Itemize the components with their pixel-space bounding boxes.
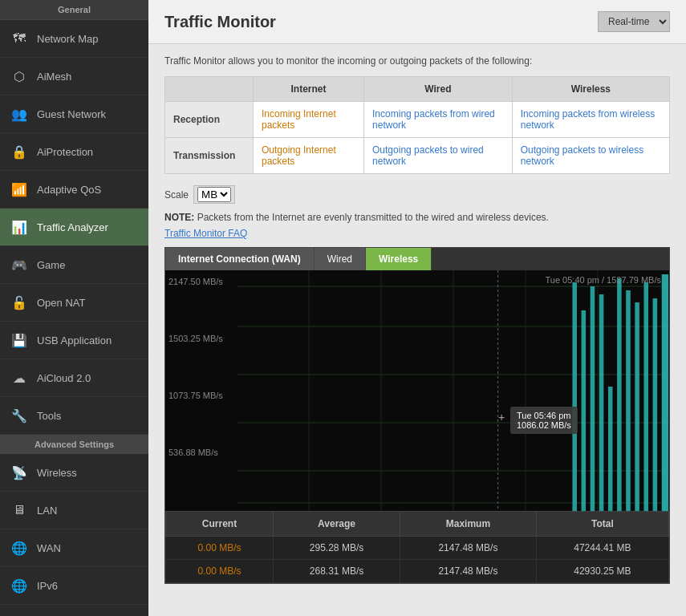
sidebar-item-wireless[interactable]: 📡 Wireless bbox=[0, 454, 148, 492]
incoming-internet-link[interactable]: Incoming Internet packets bbox=[262, 108, 336, 131]
sidebar-item-label: Wireless bbox=[37, 467, 77, 479]
sidebar-advanced-header: Advanced Settings bbox=[0, 435, 148, 454]
chart-area: 2147.50 MB/s 1503.25 MB/s 1073.75 MB/s 5… bbox=[165, 270, 669, 511]
incoming-wired-link[interactable]: Incoming packets from wired network bbox=[372, 108, 495, 131]
sidebar-item-vpn[interactable]: 🔑 VPN bbox=[0, 605, 148, 616]
outgoing-wired-link[interactable]: Outgoing packets to wired network bbox=[372, 144, 484, 167]
sidebar-item-label: Guest Network bbox=[37, 108, 106, 120]
sidebar-item-game[interactable]: 🎮 Game bbox=[0, 246, 148, 284]
adaptive-qos-icon: 📶 bbox=[8, 178, 30, 201]
stats-header-maximum: Maximum bbox=[400, 512, 537, 537]
sidebar-item-open-nat[interactable]: 🔓 Open NAT bbox=[0, 284, 148, 322]
note-content: Packets from the Internet are evenly tra… bbox=[197, 212, 549, 223]
stats-header-average: Average bbox=[274, 512, 400, 537]
stats-maximum-2: 2147.48 MB/s bbox=[400, 560, 537, 583]
note-text: NOTE: Packets from the Internet are even… bbox=[164, 212, 670, 223]
sidebar-item-label: Traffic Analyzer bbox=[37, 221, 108, 233]
y-label-1: 2147.50 MB/s bbox=[168, 277, 234, 286]
stats-current-2: 0.00 MB/s bbox=[166, 560, 274, 583]
ipv6-icon: 🌐 bbox=[8, 574, 30, 597]
svg-rect-21 bbox=[662, 274, 668, 511]
sidebar-item-label: Game bbox=[37, 259, 65, 271]
stats-header-total: Total bbox=[536, 512, 668, 537]
sidebar-item-label: IPv6 bbox=[37, 580, 58, 592]
chart-svg bbox=[237, 270, 669, 511]
tab-wireless[interactable]: Wireless bbox=[366, 248, 432, 270]
chart-y-labels: 2147.50 MB/s 1503.25 MB/s 1073.75 MB/s 5… bbox=[165, 270, 237, 511]
main-content: Traffic Monitor Real-time Traffic Monito… bbox=[148, 0, 686, 616]
sidebar-item-label: Tools bbox=[37, 410, 61, 422]
row-label-reception: Reception bbox=[165, 102, 254, 138]
cell-reception-wired: Incoming packets from wired network bbox=[364, 102, 513, 138]
sidebar-item-usb-application[interactable]: 💾 USB Application bbox=[0, 322, 148, 359]
cell-reception-wireless: Incoming packets from wireless network bbox=[512, 102, 669, 138]
sidebar-item-label: LAN bbox=[37, 505, 57, 517]
sidebar-item-tools[interactable]: 🔧 Tools bbox=[0, 397, 148, 435]
page-header: Traffic Monitor Real-time bbox=[148, 0, 686, 44]
tab-wan[interactable]: Internet Connection (WAN) bbox=[165, 248, 315, 270]
network-map-icon: 🗺 bbox=[8, 27, 30, 50]
sidebar-item-wan[interactable]: 🌐 WAN bbox=[0, 529, 148, 567]
chart-tabs: Internet Connection (WAN) Wired Wireless bbox=[165, 248, 669, 270]
sidebar: General 🗺 Network Map ⬡ AiMesh 👥 Guest N… bbox=[0, 0, 148, 616]
sidebar-item-label: AiCloud 2.0 bbox=[37, 372, 91, 384]
sidebar-item-label: USB Application bbox=[37, 334, 112, 346]
stats-maximum-1: 2147.48 MB/s bbox=[400, 537, 537, 560]
sidebar-item-aimesh[interactable]: ⬡ AiMesh bbox=[0, 58, 148, 95]
incoming-wireless-link[interactable]: Incoming packets from wireless network bbox=[521, 108, 655, 131]
outgoing-internet-link[interactable]: Outgoing Internet packets bbox=[262, 144, 336, 167]
sidebar-general-header: General bbox=[0, 0, 148, 20]
sidebar-item-guest-network[interactable]: 👥 Guest Network bbox=[0, 95, 148, 133]
svg-rect-15 bbox=[608, 387, 613, 511]
sidebar-item-aiprotection[interactable]: 🔒 AiProtection bbox=[0, 133, 148, 171]
col-header-wired: Wired bbox=[364, 77, 513, 102]
svg-rect-18 bbox=[635, 302, 639, 511]
cell-transmission-internet: Outgoing Internet packets bbox=[254, 138, 364, 174]
usb-application-icon: 💾 bbox=[8, 329, 30, 351]
note-strong: NOTE: bbox=[164, 212, 194, 223]
y-label-2: 1503.25 MB/s bbox=[168, 334, 234, 343]
sidebar-item-aicloud[interactable]: ☁ AiCloud 2.0 bbox=[0, 359, 148, 397]
game-icon: 🎮 bbox=[8, 253, 30, 276]
stats-header-current: Current bbox=[166, 512, 274, 537]
outgoing-wireless-link[interactable]: Outgoing packets to wireless network bbox=[521, 144, 643, 167]
svg-rect-11 bbox=[572, 282, 577, 511]
sidebar-item-ipv6[interactable]: 🌐 IPv6 bbox=[0, 567, 148, 605]
faq-link[interactable]: Traffic Monitor FAQ bbox=[164, 228, 247, 239]
svg-rect-13 bbox=[591, 286, 595, 511]
sidebar-item-label: Adaptive QoS bbox=[37, 184, 101, 196]
realtime-select[interactable]: Real-time bbox=[598, 11, 670, 32]
vpn-icon: 🔑 bbox=[8, 612, 30, 616]
sidebar-item-adaptive-qos[interactable]: 📶 Adaptive QoS bbox=[0, 171, 148, 209]
stats-total-1: 47244.41 MB bbox=[536, 537, 668, 560]
svg-rect-14 bbox=[599, 294, 604, 511]
aiprotection-icon: 🔒 bbox=[8, 140, 30, 163]
tab-wired[interactable]: Wired bbox=[315, 248, 366, 270]
table-row-transmission: Transmission Outgoing Internet packets O… bbox=[165, 138, 670, 174]
stats-table: Current Average Maximum Total 0.00 MB/s … bbox=[165, 511, 669, 583]
page-title: Traffic Monitor bbox=[164, 13, 276, 31]
chart-top-label: Tue 05:40 pm / 1527.79 MB/s bbox=[545, 275, 661, 285]
stats-row-2: 0.00 MB/s 268.31 MB/s 2147.48 MB/s 42930… bbox=[166, 560, 669, 583]
scale-select[interactable]: KB MB GB bbox=[197, 187, 231, 202]
realtime-select-container: Real-time bbox=[598, 11, 670, 32]
sidebar-item-lan[interactable]: 🖥 LAN bbox=[0, 492, 148, 529]
description-text: Traffic Monitor allows you to monitor th… bbox=[164, 55, 670, 67]
lan-icon: 🖥 bbox=[8, 499, 30, 521]
cell-reception-internet: Incoming Internet packets bbox=[254, 102, 364, 138]
aimesh-icon: ⬡ bbox=[8, 65, 30, 87]
row-label-transmission: Transmission bbox=[165, 138, 254, 174]
sidebar-item-network-map[interactable]: 🗺 Network Map bbox=[0, 20, 148, 58]
stats-row-1: 0.00 MB/s 295.28 MB/s 2147.48 MB/s 47244… bbox=[166, 537, 669, 560]
sidebar-item-label: WAN bbox=[37, 542, 61, 554]
y-label-3: 1073.75 MB/s bbox=[168, 391, 234, 400]
sidebar-item-traffic-analyzer[interactable]: 📊 Traffic Analyzer bbox=[0, 209, 148, 246]
sidebar-item-label: AiMesh bbox=[37, 71, 71, 83]
stats-total-2: 42930.25 MB bbox=[536, 560, 668, 583]
aicloud-icon: ☁ bbox=[8, 367, 30, 389]
cell-transmission-wireless: Outgoing packets to wireless network bbox=[512, 138, 669, 174]
traffic-analyzer-icon: 📊 bbox=[8, 216, 30, 238]
svg-rect-20 bbox=[653, 298, 658, 511]
svg-rect-17 bbox=[626, 290, 631, 511]
content-body: Traffic Monitor allows you to monitor th… bbox=[148, 44, 686, 595]
